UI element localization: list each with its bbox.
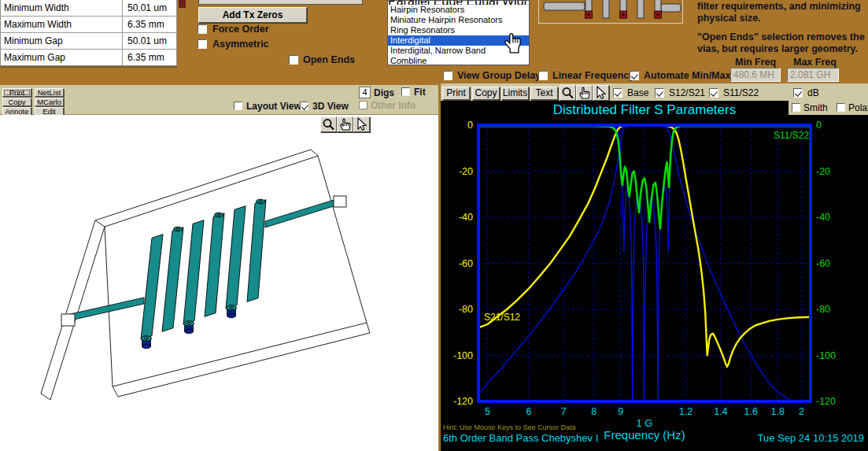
cutoff-button-top[interactable] (198, 0, 363, 5)
asymmetric-checkbox[interactable] (198, 39, 207, 49)
chart-limits-button[interactable]: Limits (501, 87, 529, 100)
view-group-delay-checkbox[interactable] (443, 71, 452, 80)
open-ends-checkbox[interactable] (289, 55, 298, 65)
table-cell-parameter: Maximum Gap (1, 50, 123, 65)
y-tick-label-right: -120 (816, 396, 836, 407)
dimension-limits-table: Minimum Width50.01 umMaximum Width6.35 m… (0, 0, 177, 66)
series-s11-s22 (478, 126, 811, 228)
min-freq-field[interactable]: 480.6 MH (730, 68, 781, 82)
db-label: dB (807, 87, 819, 98)
table-cell-value[interactable]: 6.35 mm (123, 52, 176, 63)
base-label: Base (627, 87, 648, 98)
list-item[interactable]: Combline (388, 56, 529, 65)
interdigital-schematic-diagram (538, 0, 683, 24)
3d-view-label: 3D View (312, 101, 349, 112)
max-freq-field[interactable]: 2.081 GH (787, 68, 839, 82)
hand-cursor (504, 32, 524, 54)
layout-copy-button[interactable]: Copy (2, 98, 31, 106)
y-tick-label-left: -80 (459, 304, 473, 315)
y-tick-label-left: -120 (453, 396, 473, 407)
table-row: Minimum Gap50.01 um (1, 33, 176, 50)
table-row: Minimum Width50.01 um (1, 0, 176, 17)
x-axis-center-label: 1 G (621, 417, 668, 429)
open-ends-label: Open Ends (303, 54, 355, 65)
y-tick-label-left: -40 (459, 212, 473, 223)
max-freq-label: Max Freq (793, 57, 837, 68)
list-item[interactable]: Hairpin Resonators (388, 5, 529, 15)
other-info-label: Other Info (371, 100, 416, 111)
magnifier-icon[interactable] (320, 116, 337, 132)
min-freq-label: Min Freq (735, 57, 776, 68)
arrow-icon[interactable] (353, 116, 370, 132)
add-tx-zeros-button[interactable]: Add Tx Zeros (198, 7, 307, 23)
s12-s21-label: S12/S21 (669, 87, 705, 98)
chart-copy-button[interactable]: Copy (472, 87, 500, 100)
s12-s21-checkbox[interactable] (655, 88, 664, 98)
y-tick-label-right: 0 (816, 120, 822, 131)
force-order-label: Force Order (212, 24, 269, 35)
base-checkbox[interactable] (613, 88, 622, 98)
info-note-1: filter requirements, and minimizing phys… (697, 1, 868, 24)
3d-view-checkbox[interactable] (300, 102, 308, 110)
table-cell-parameter: Minimum Gap (1, 33, 123, 49)
table-cell-value[interactable]: 6.35 mm (123, 19, 176, 30)
table-cell-parameter: Minimum Width (1, 0, 123, 16)
s11-s22-checkbox[interactable] (709, 88, 718, 98)
fit-label: Fit (414, 87, 426, 98)
y-tick-label-right: -100 (816, 350, 836, 361)
digits-label: Digs (374, 87, 394, 98)
automate-min-max-checkbox[interactable] (630, 71, 639, 80)
chart-title: Distributed Filter S Parameters (478, 102, 811, 118)
legend-s11-s22: S11/S22 (774, 130, 809, 141)
x-tick-label: 5 (485, 406, 490, 417)
layout-view-checkbox[interactable] (234, 102, 242, 110)
table-row: Maximum Width6.35 mm (1, 17, 176, 33)
scroll-remnant (179, 0, 186, 8)
asymmetric-label: Asymmetric (212, 39, 269, 50)
y-tick-label-left: -60 (459, 258, 473, 269)
x-tick-label: 8 (591, 406, 597, 417)
y-tick-label-right: -80 (816, 304, 830, 315)
layout-print-button[interactable]: Print (2, 88, 31, 97)
info-note-2: "Open Ends" selection removes the vias, … (697, 31, 868, 55)
linear-frequency-checkbox[interactable] (538, 71, 548, 80)
x-tick-label: 7 (561, 406, 567, 417)
other-info-checkbox (359, 101, 368, 109)
db-checkbox[interactable] (793, 88, 803, 98)
linear-frequency-label: Linear Frequency (552, 70, 634, 81)
chart-print-button[interactable]: Print (442, 87, 470, 100)
table-cell-parameter: Maximum Width (1, 17, 123, 32)
hand-icon[interactable] (576, 85, 593, 101)
layout-mcarlo-button[interactable]: MCarlo (35, 98, 64, 106)
chart-text-button[interactable]: Text (530, 87, 558, 100)
arrow-icon[interactable] (593, 85, 609, 101)
digits-input[interactable]: 4 (359, 87, 371, 98)
filter-design-app: { "colors": { "background": "#a8752b", "… (0, 0, 868, 451)
automate-min-max-label: Automate Min/Max (644, 70, 730, 81)
magnifier-icon[interactable] (560, 85, 576, 101)
x-tick-label: 6 (526, 406, 531, 417)
y-tick-label-left: -20 (459, 166, 473, 177)
timestamp: Tue Sep 24 10:15 2019 (754, 432, 864, 444)
fit-checkbox[interactable] (401, 87, 410, 96)
y-tick-label-left: 0 (467, 120, 473, 131)
y-tick-label-left: -100 (453, 350, 473, 361)
filter-description: 6th Order Band Pass Chebyshev I (443, 432, 598, 444)
layout-netlist-button[interactable]: NetList (35, 88, 64, 97)
x-tick-label: 9 (618, 406, 623, 417)
view-group-delay-label: View Group Delay (457, 70, 541, 81)
y-tick-label-right: -20 (816, 166, 830, 177)
x-tick-label: 2 (799, 406, 804, 417)
x-tick-label: 1.4 (714, 406, 727, 417)
legend-s21-s12: S21/S12 (484, 312, 520, 323)
list-item[interactable]: Miniature Hairpin Resonators (388, 15, 529, 25)
hand-icon[interactable] (337, 116, 353, 132)
x-tick-label: 1.6 (744, 406, 758, 417)
x-tick-label: 1.2 (679, 406, 693, 417)
table-row: Maximum Gap6.35 mm (1, 50, 176, 65)
layout-view-label: Layout View (246, 101, 301, 112)
s-parameter-plot: 567891.21.41.61.8200-20-20-40-40-60-60-8… (441, 101, 868, 451)
table-cell-value[interactable]: 50.01 um (123, 35, 176, 46)
table-cell-value[interactable]: 50.01 um (123, 2, 176, 13)
force-order-checkbox[interactable] (198, 24, 207, 34)
